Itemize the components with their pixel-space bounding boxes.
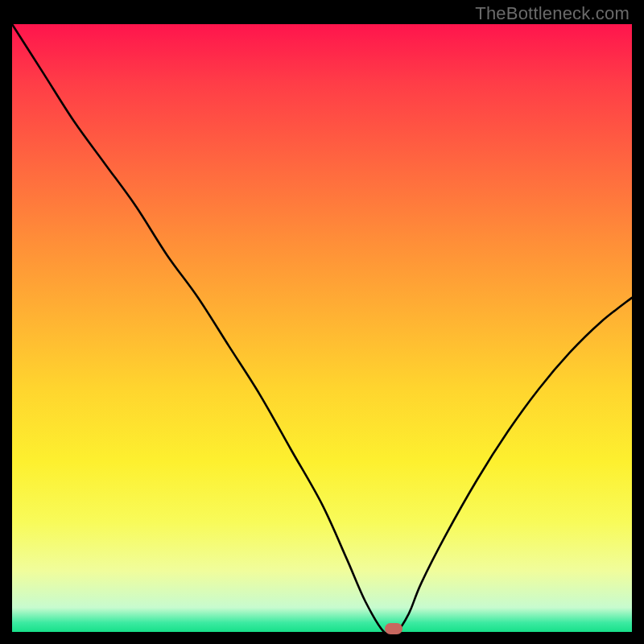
plot-area — [12, 24, 632, 632]
watermark-text: TheBottleneck.com — [475, 3, 630, 24]
bottleneck-curve — [12, 24, 632, 632]
chart-frame: TheBottleneck.com — [0, 0, 644, 644]
optimal-point-marker — [385, 623, 402, 634]
